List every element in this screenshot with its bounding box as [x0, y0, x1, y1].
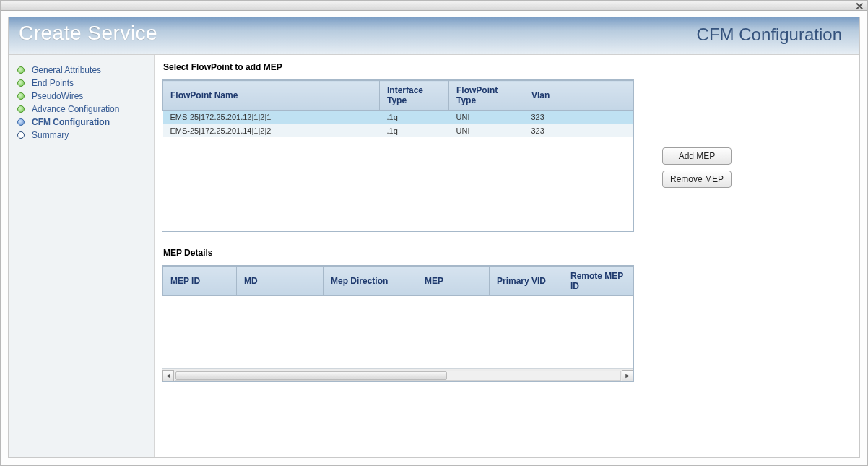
cell-iftype: .1q — [380, 111, 449, 124]
table-empty-area — [162, 137, 633, 231]
mep-section-label: MEP Details — [163, 248, 845, 258]
flowpoint-table: FlowPoint Name Interface Type FlowPoint … — [162, 80, 633, 137]
sidebar-item-advance-configuration[interactable]: Advance Configuration — [17, 103, 148, 116]
col-mep-direction[interactable]: Mep Direction — [324, 267, 417, 296]
scroll-left-icon[interactable]: ◄ — [162, 370, 174, 381]
sidebar-item-cfm-configuration[interactable]: CFM Configuration — [17, 116, 148, 129]
horizontal-scrollbar[interactable]: ◄ ► — [162, 368, 633, 381]
sidebar-item-label: End Points — [32, 78, 74, 88]
flowpoint-section-label: Select FlowPoint to add MEP — [163, 62, 845, 72]
cell-iftype: .1q — [380, 124, 449, 138]
table-row[interactable]: EMS-25|172.25.201.12|1|2|1 .1q UNI 323 — [163, 111, 633, 124]
table-row[interactable]: EMS-25|172.25.201.14|1|2|2 .1q UNI 323 — [163, 124, 633, 138]
page-title: CFM Configuration — [697, 25, 842, 45]
cell-fptype: UNI — [449, 124, 524, 138]
sidebar-item-label: PseudoWires — [32, 91, 83, 101]
cell-fptype: UNI — [449, 111, 524, 124]
sidebar-item-label: General Attributes — [32, 65, 101, 75]
scroll-track[interactable] — [175, 371, 621, 381]
col-flowpoint-name[interactable]: FlowPoint Name — [163, 81, 380, 111]
mep-table: MEP ID MD Mep Direction MEP Primary VID … — [162, 266, 633, 296]
flowpoint-table-wrap: FlowPoint Name Interface Type FlowPoint … — [162, 79, 634, 232]
sidebar-item-end-points[interactable]: End Points — [17, 77, 148, 90]
col-mep-id[interactable]: MEP ID — [163, 267, 237, 296]
banner: Create Service CFM Configuration — [9, 17, 859, 55]
body: General Attributes End Points PseudoWire… — [9, 55, 859, 457]
sidebar-item-general-attributes[interactable]: General Attributes — [17, 64, 148, 77]
add-mep-button[interactable]: Add MEP — [662, 147, 732, 165]
table-empty-area — [162, 296, 633, 368]
col-interface-type[interactable]: Interface Type — [380, 81, 449, 111]
scroll-right-icon[interactable]: ► — [622, 370, 633, 381]
sidebar-item-label: Summary — [32, 130, 69, 140]
title-bar: ✕ — [1, 1, 867, 11]
cell-name: EMS-25|172.25.201.14|1|2|2 — [163, 124, 380, 138]
col-remote-mep-id[interactable]: Remote MEP ID — [563, 267, 633, 296]
sidebar-item-summary[interactable]: Summary — [17, 129, 148, 142]
table-header-row: FlowPoint Name Interface Type FlowPoint … — [163, 81, 633, 111]
dialog-window: ✕ Create Service CFM Configuration Gener… — [0, 0, 868, 466]
table-header-row: MEP ID MD Mep Direction MEP Primary VID … — [163, 267, 633, 296]
cell-vlan: 323 — [524, 124, 633, 138]
main-panel: Select FlowPoint to add MEP FlowPoint Na… — [155, 55, 859, 457]
col-primary-vid[interactable]: Primary VID — [490, 267, 563, 296]
step-todo-icon — [17, 131, 25, 139]
sidebar-item-pseudowires[interactable]: PseudoWires — [17, 90, 148, 103]
col-flowpoint-type[interactable]: FlowPoint Type — [449, 81, 524, 111]
mep-table-wrap: MEP ID MD Mep Direction MEP Primary VID … — [162, 265, 634, 382]
button-column: Add MEP Remove MEP — [662, 147, 732, 188]
cell-vlan: 323 — [524, 111, 633, 124]
inner-frame: Create Service CFM Configuration General… — [8, 17, 860, 458]
remove-mep-button[interactable]: Remove MEP — [662, 171, 732, 188]
step-done-icon — [17, 79, 25, 87]
step-done-icon — [17, 105, 25, 113]
cell-name: EMS-25|172.25.201.12|1|2|1 — [163, 111, 380, 124]
sidebar-item-label: CFM Configuration — [32, 117, 110, 127]
wizard-sidebar: General Attributes End Points PseudoWire… — [9, 55, 155, 457]
step-current-icon — [17, 118, 25, 126]
sidebar-item-label: Advance Configuration — [32, 104, 119, 114]
col-md[interactable]: MD — [237, 267, 324, 296]
wizard-title: Create Service — [19, 22, 157, 45]
scroll-thumb[interactable] — [175, 371, 447, 380]
step-done-icon — [17, 66, 25, 74]
col-vlan[interactable]: Vlan — [524, 81, 633, 111]
col-mep[interactable]: MEP — [417, 267, 490, 296]
step-done-icon — [17, 92, 25, 100]
close-icon[interactable]: ✕ — [855, 0, 864, 13]
